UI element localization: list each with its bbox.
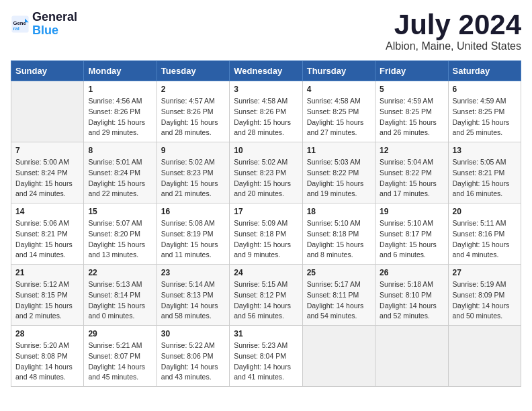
day-info: Sunrise: 5:08 AM Sunset: 8:19 PM Dayligh…: [161, 218, 225, 261]
calendar-table: SundayMondayTuesdayWednesdayThursdayFrid…: [11, 60, 521, 387]
day-number: 11: [307, 146, 371, 155]
calendar-cell: 5Sunrise: 4:59 AM Sunset: 8:25 PM Daylig…: [375, 81, 448, 142]
logo-text: General Blue: [32, 11, 77, 38]
calendar-cell: 4Sunrise: 4:58 AM Sunset: 8:25 PM Daylig…: [302, 81, 375, 142]
day-info: Sunrise: 5:20 AM Sunset: 8:08 PM Dayligh…: [15, 340, 79, 383]
weekday-header-row: SundayMondayTuesdayWednesdayThursdayFrid…: [11, 61, 521, 81]
day-info: Sunrise: 5:02 AM Sunset: 8:23 PM Dayligh…: [161, 157, 225, 199]
day-info: Sunrise: 4:58 AM Sunset: 8:25 PM Dayligh…: [307, 96, 371, 138]
weekday-header: Thursday: [302, 61, 375, 81]
calendar-cell: [448, 326, 521, 387]
day-info: Sunrise: 5:10 AM Sunset: 8:17 PM Dayligh…: [380, 218, 443, 261]
day-number: 18: [307, 207, 371, 216]
day-info: Sunrise: 5:14 AM Sunset: 8:13 PM Dayligh…: [161, 279, 225, 322]
weekday-header: Tuesday: [157, 61, 229, 81]
calendar-cell: 18Sunrise: 5:10 AM Sunset: 8:18 PM Dayli…: [302, 203, 375, 265]
day-info: Sunrise: 5:03 AM Sunset: 8:22 PM Dayligh…: [307, 157, 371, 199]
calendar-cell: 3Sunrise: 4:58 AM Sunset: 8:26 PM Daylig…: [230, 81, 302, 142]
calendar-cell: 30Sunrise: 5:22 AM Sunset: 8:06 PM Dayli…: [157, 326, 229, 387]
calendar-week-row: 1Sunrise: 4:56 AM Sunset: 8:26 PM Daylig…: [11, 81, 521, 142]
page-header: Gene ral General Blue July 2024 Albion, …: [11, 11, 521, 52]
calendar-cell: [375, 326, 448, 387]
day-number: 7: [15, 146, 79, 155]
day-info: Sunrise: 5:23 AM Sunset: 8:04 PM Dayligh…: [234, 340, 298, 383]
day-number: 10: [234, 146, 298, 155]
month-title: July 2024: [386, 11, 521, 39]
day-info: Sunrise: 5:21 AM Sunset: 8:07 PM Dayligh…: [88, 340, 152, 383]
day-info: Sunrise: 5:09 AM Sunset: 8:18 PM Dayligh…: [234, 218, 298, 261]
day-info: Sunrise: 4:57 AM Sunset: 8:26 PM Dayligh…: [161, 96, 225, 138]
calendar-cell: 25Sunrise: 5:17 AM Sunset: 8:11 PM Dayli…: [302, 265, 375, 326]
day-number: 20: [453, 207, 517, 216]
calendar-cell: 19Sunrise: 5:10 AM Sunset: 8:17 PM Dayli…: [375, 203, 448, 265]
calendar-week-row: 14Sunrise: 5:06 AM Sunset: 8:21 PM Dayli…: [11, 203, 521, 265]
day-info: Sunrise: 4:58 AM Sunset: 8:26 PM Dayligh…: [234, 96, 298, 138]
day-info: Sunrise: 5:05 AM Sunset: 8:21 PM Dayligh…: [453, 157, 517, 199]
calendar-cell: 27Sunrise: 5:19 AM Sunset: 8:09 PM Dayli…: [448, 265, 521, 326]
weekday-header: Monday: [84, 61, 157, 81]
logo-icon: Gene ral: [11, 15, 30, 34]
weekday-header: Sunday: [11, 61, 84, 81]
day-info: Sunrise: 5:22 AM Sunset: 8:06 PM Dayligh…: [161, 340, 225, 383]
calendar-cell: 13Sunrise: 5:05 AM Sunset: 8:21 PM Dayli…: [448, 142, 521, 203]
calendar-cell: 14Sunrise: 5:06 AM Sunset: 8:21 PM Dayli…: [11, 203, 84, 265]
day-number: 24: [234, 268, 298, 277]
day-number: 4: [307, 85, 371, 94]
calendar-cell: 28Sunrise: 5:20 AM Sunset: 8:08 PM Dayli…: [11, 326, 84, 387]
calendar-cell: 24Sunrise: 5:15 AM Sunset: 8:12 PM Dayli…: [230, 265, 302, 326]
day-info: Sunrise: 5:13 AM Sunset: 8:14 PM Dayligh…: [88, 279, 152, 322]
title-block: July 2024 Albion, Maine, United States: [386, 11, 521, 52]
calendar-cell: 22Sunrise: 5:13 AM Sunset: 8:14 PM Dayli…: [84, 265, 157, 326]
calendar-cell: 8Sunrise: 5:01 AM Sunset: 8:24 PM Daylig…: [84, 142, 157, 203]
calendar-cell: 31Sunrise: 5:23 AM Sunset: 8:04 PM Dayli…: [230, 326, 302, 387]
day-number: 25: [307, 268, 371, 277]
calendar-cell: 17Sunrise: 5:09 AM Sunset: 8:18 PM Dayli…: [230, 203, 302, 265]
calendar-cell: 9Sunrise: 5:02 AM Sunset: 8:23 PM Daylig…: [157, 142, 229, 203]
day-number: 28: [15, 329, 79, 338]
day-number: 5: [380, 85, 443, 94]
calendar-cell: 12Sunrise: 5:04 AM Sunset: 8:22 PM Dayli…: [375, 142, 448, 203]
day-number: 6: [453, 85, 517, 94]
calendar-cell: [11, 81, 84, 142]
location: Albion, Maine, United States: [386, 40, 521, 52]
calendar-week-row: 7Sunrise: 5:00 AM Sunset: 8:24 PM Daylig…: [11, 142, 521, 203]
day-number: 22: [88, 268, 152, 277]
day-number: 31: [234, 329, 298, 338]
day-info: Sunrise: 4:59 AM Sunset: 8:25 PM Dayligh…: [453, 96, 517, 138]
calendar-cell: 20Sunrise: 5:11 AM Sunset: 8:16 PM Dayli…: [448, 203, 521, 265]
day-info: Sunrise: 4:59 AM Sunset: 8:25 PM Dayligh…: [380, 96, 443, 138]
calendar-cell: 21Sunrise: 5:12 AM Sunset: 8:15 PM Dayli…: [11, 265, 84, 326]
calendar-cell: 29Sunrise: 5:21 AM Sunset: 8:07 PM Dayli…: [84, 326, 157, 387]
calendar-cell: 26Sunrise: 5:18 AM Sunset: 8:10 PM Dayli…: [375, 265, 448, 326]
day-number: 12: [380, 146, 443, 155]
day-number: 1: [88, 85, 152, 94]
day-info: Sunrise: 5:04 AM Sunset: 8:22 PM Dayligh…: [380, 157, 443, 199]
day-info: Sunrise: 5:07 AM Sunset: 8:20 PM Dayligh…: [88, 218, 152, 261]
day-number: 16: [161, 207, 225, 216]
day-number: 8: [88, 146, 152, 155]
day-info: Sunrise: 5:10 AM Sunset: 8:18 PM Dayligh…: [307, 218, 371, 261]
calendar-cell: 15Sunrise: 5:07 AM Sunset: 8:20 PM Dayli…: [84, 203, 157, 265]
day-number: 29: [88, 329, 152, 338]
calendar-cell: 2Sunrise: 4:57 AM Sunset: 8:26 PM Daylig…: [157, 81, 229, 142]
calendar-cell: 16Sunrise: 5:08 AM Sunset: 8:19 PM Dayli…: [157, 203, 229, 265]
day-number: 19: [380, 207, 443, 216]
weekday-header: Saturday: [448, 61, 521, 81]
day-info: Sunrise: 5:01 AM Sunset: 8:24 PM Dayligh…: [88, 157, 152, 199]
calendar-cell: 6Sunrise: 4:59 AM Sunset: 8:25 PM Daylig…: [448, 81, 521, 142]
calendar-cell: 1Sunrise: 4:56 AM Sunset: 8:26 PM Daylig…: [84, 81, 157, 142]
day-info: Sunrise: 5:00 AM Sunset: 8:24 PM Dayligh…: [15, 157, 79, 199]
day-number: 15: [88, 207, 152, 216]
day-number: 27: [453, 268, 517, 277]
day-info: Sunrise: 5:17 AM Sunset: 8:11 PM Dayligh…: [307, 279, 371, 322]
day-info: Sunrise: 5:12 AM Sunset: 8:15 PM Dayligh…: [15, 279, 79, 322]
day-info: Sunrise: 5:06 AM Sunset: 8:21 PM Dayligh…: [15, 218, 79, 261]
logo: Gene ral General Blue: [11, 11, 77, 38]
calendar-cell: 10Sunrise: 5:02 AM Sunset: 8:23 PM Dayli…: [230, 142, 302, 203]
day-number: 13: [453, 146, 517, 155]
day-number: 3: [234, 85, 298, 94]
svg-text:ral: ral: [13, 26, 19, 32]
day-info: Sunrise: 5:19 AM Sunset: 8:09 PM Dayligh…: [453, 279, 517, 322]
day-number: 30: [161, 329, 225, 338]
day-info: Sunrise: 5:11 AM Sunset: 8:16 PM Dayligh…: [453, 218, 517, 261]
